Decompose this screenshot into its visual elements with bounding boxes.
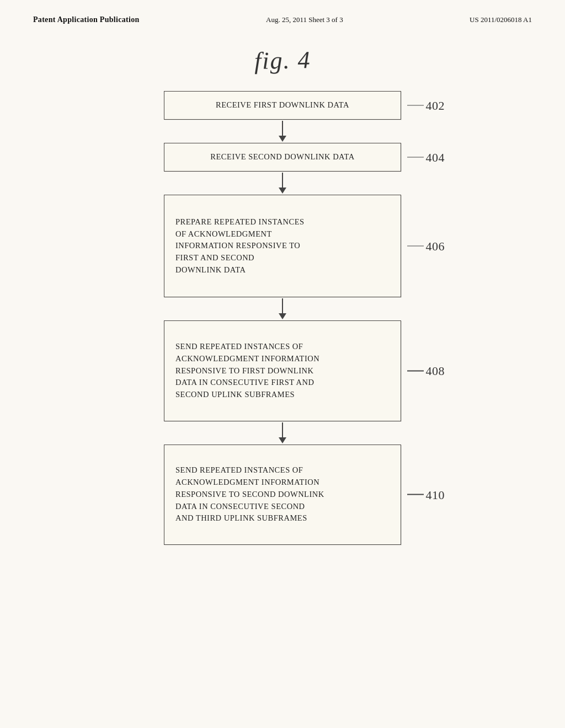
arrow-head-2 [279, 188, 286, 194]
arrow-2 [279, 172, 286, 195]
arrow-line-3 [282, 298, 283, 314]
arrow-head-1 [279, 136, 286, 142]
flow-step-wrapper-402: Receive First Downlink Data 402 [44, 91, 521, 120]
arrow-line-1 [282, 121, 283, 136]
arrow-head-4 [279, 437, 286, 443]
flow-step-wrapper-408: Send Repeated Instances of Acknowledgmen… [44, 320, 521, 421]
step-number-406: 406 [407, 237, 445, 255]
header-patent-number: US 2011/0206018 A1 [470, 15, 532, 24]
content-area: fig. 4 Receive First Downlink Data 402 [0, 30, 565, 567]
flow-step-wrapper-404: Receive Second Downlink Data 404 [44, 143, 521, 172]
step-line-404 [407, 157, 424, 158]
step-line-402 [407, 105, 424, 106]
flow-box-406: Prepare Repeated Instances of Acknowledg… [164, 195, 401, 297]
header: Patent Application Publication Aug. 25, … [0, 0, 565, 30]
step-line-406 [407, 245, 424, 247]
page: Patent Application Publication Aug. 25, … [0, 0, 565, 728]
figure-title: fig. 4 [254, 46, 311, 75]
arrow-3 [279, 297, 286, 320]
flow-step-wrapper-410: Send Repeated Instances of Acknowledgmen… [44, 445, 521, 545]
step-number-402: 402 [407, 97, 445, 115]
flow-box-410: Send Repeated Instances of Acknowledgmen… [164, 445, 401, 545]
step-line-410 [407, 494, 424, 495]
arrow-1 [279, 120, 286, 143]
step-number-404: 404 [407, 148, 445, 167]
step-number-410: 410 [407, 485, 445, 504]
flow-step-wrapper-406: Prepare Repeated Instances of Acknowledg… [44, 195, 521, 297]
arrow-head-3 [279, 313, 286, 319]
flowchart: Receive First Downlink Data 402 Receive … [44, 91, 521, 545]
header-date-sheet: Aug. 25, 2011 Sheet 3 of 3 [266, 15, 343, 24]
step-number-408: 408 [407, 362, 445, 380]
step-line-408 [407, 371, 424, 372]
flow-box-408: Send Repeated Instances of Acknowledgmen… [164, 320, 401, 421]
flow-box-402: Receive First Downlink Data 402 [164, 91, 401, 120]
arrow-line-4 [282, 422, 283, 438]
arrow-4 [279, 421, 286, 445]
arrow-line-2 [282, 173, 283, 188]
flow-box-404: Receive Second Downlink Data 404 [164, 143, 401, 172]
header-publication-label: Patent Application Publication [33, 15, 140, 24]
